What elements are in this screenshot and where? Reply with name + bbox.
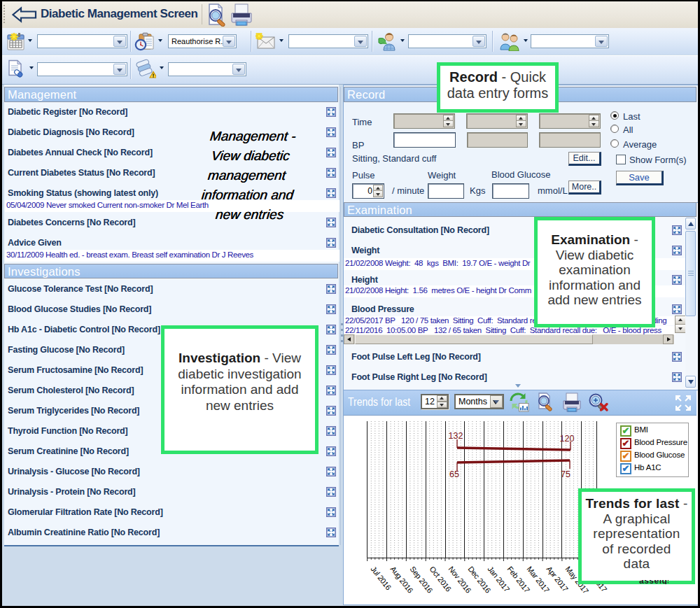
svg-text:132: 132 [449, 431, 463, 441]
svg-text:65: 65 [449, 469, 459, 479]
svg-text:75: 75 [561, 469, 570, 479]
svg-text:120: 120 [560, 434, 575, 444]
